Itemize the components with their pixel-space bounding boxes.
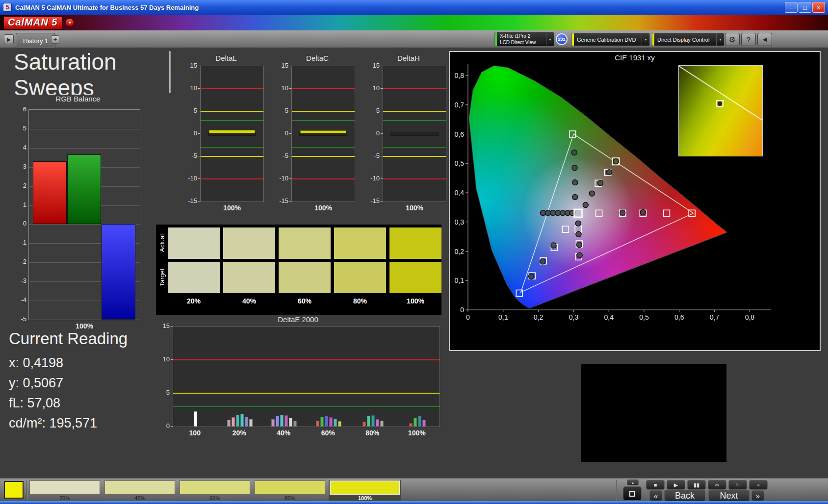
minimize-button[interactable]: – <box>785 2 798 13</box>
bottom-swatch-100%[interactable]: 100% <box>329 480 401 501</box>
deltae-bar <box>409 423 413 427</box>
delta-chart-deltac: DeltaC 151050-5-10-15 100% <box>274 54 361 221</box>
y-tick-label: 15 <box>282 62 288 69</box>
deltae-bar <box>362 422 366 427</box>
current-reading: Current Reading x: 0,4198 y: 0,5067 fL: … <box>9 329 128 433</box>
stop-button[interactable]: ■ <box>646 480 665 490</box>
cie-measured-circle <box>597 180 603 186</box>
deltae-bar <box>316 421 319 427</box>
cie-measured-circle <box>540 259 545 264</box>
y-tick-label: -5 <box>191 152 197 159</box>
threshold-line <box>292 156 355 157</box>
page-title: Saturation Sweeps <box>14 49 117 101</box>
cie-x-tick-label: 0,8 <box>745 313 755 321</box>
deltae-bar <box>338 421 341 427</box>
source-dropdown[interactable]: Generic Calibration DVD ▼ <box>571 33 650 46</box>
bottom-swatch-40%[interactable]: 40% <box>104 480 176 501</box>
tab-history-1[interactable]: History 1 <box>16 33 55 48</box>
swatch-target-40% <box>223 262 275 293</box>
y-tick-label: 5 <box>194 107 197 114</box>
threshold-line <box>173 406 440 407</box>
swatch-target-100% <box>389 262 441 293</box>
reading-fl: fL: 57,08 <box>9 393 128 413</box>
page-title-line1: Saturation <box>14 49 117 75</box>
actual-row-label: Actual <box>157 227 167 259</box>
swatch-target-60% <box>279 262 331 293</box>
back-button[interactable]: Back <box>664 490 705 502</box>
cie-measured-circle <box>551 243 556 248</box>
meter-dropdown[interactable]: X-Rite i1Pro 2 LCD Direct View ▼ <box>494 32 554 47</box>
display-control-label: Direct Display Control <box>654 37 716 43</box>
delta-yaxis: 151050-5-10-15 <box>365 66 383 202</box>
loop-button[interactable]: ∞ <box>708 480 726 490</box>
deltae-bar <box>245 417 248 427</box>
bottom-swatch-20%[interactable]: 20% <box>28 480 101 501</box>
actual-target-swatch-table: ActualTarget20%40%60%80%100% <box>156 225 441 315</box>
cie-x-tick-label: 0,3 <box>569 313 579 321</box>
rgb-balance-plot <box>28 109 140 320</box>
meter-count-badge[interactable]: 231 <box>556 33 568 45</box>
deltae-bar <box>418 416 421 427</box>
logo-dropdown-icon[interactable]: ▼ <box>65 18 74 27</box>
swatch-color <box>255 480 325 495</box>
add-tab-button[interactable]: + <box>51 35 59 44</box>
y-tick-label: 10 <box>163 355 170 363</box>
swatch-actual-100% <box>389 227 441 259</box>
deltae-bar <box>422 420 426 427</box>
deltae-bar <box>249 419 253 427</box>
swatch-column-label: 80% <box>334 297 386 305</box>
refresh-button[interactable]: ↻ <box>728 480 747 490</box>
y-tick-label: -10 <box>188 175 197 182</box>
cie-y-tick-label: 0,3 <box>455 218 465 226</box>
bottom-swatch-80%[interactable]: 80% <box>254 480 326 501</box>
deltae-group-label: 40% <box>261 429 306 437</box>
threshold-line <box>201 111 263 112</box>
reading-cdm2: cd/m²: 195,571 <box>9 413 128 433</box>
display-control-dropdown[interactable]: Direct Display Control ▼ <box>652 33 724 46</box>
y-tick-label: -2 <box>21 258 26 265</box>
calman-logo[interactable]: CalMAN 5 ▼ <box>3 16 74 29</box>
deltae-bar <box>293 421 297 427</box>
chevron-down-icon[interactable]: ▼ <box>642 33 649 46</box>
y-tick-label: 0 <box>376 129 380 137</box>
threshold-line <box>292 178 355 179</box>
y-tick-label: 10 <box>373 84 380 92</box>
delta-bar <box>300 130 347 133</box>
record-button[interactable]: ● <box>749 480 768 490</box>
swatch-target-80% <box>334 262 386 293</box>
swatch-label: 60% <box>179 495 251 501</box>
current-reading-title: Current Reading <box>9 329 128 348</box>
collapse-icon[interactable]: ◀ <box>757 33 772 46</box>
threshold-line <box>292 111 355 112</box>
bottom-swatch-60%[interactable]: 60% <box>179 480 251 501</box>
next-button[interactable]: Next <box>708 490 750 502</box>
back-chevron-button[interactable]: « <box>649 490 662 501</box>
swatch-column-label: 60% <box>279 297 331 305</box>
swatch-column-label: 100% <box>389 297 441 305</box>
chevron-down-icon[interactable]: ▼ <box>716 33 724 46</box>
threshold-line <box>383 156 446 157</box>
app-icon: 5 <box>3 3 12 12</box>
tab-nav-button[interactable]: ▶ <box>4 34 14 44</box>
rgb-balance-yaxis: 6543210-1-2-3-4-5 <box>15 109 28 320</box>
pause-button[interactable]: ▮▮ <box>687 480 706 490</box>
chevron-down-icon[interactable]: ▼ <box>546 32 554 46</box>
transport-controls: ▲ ■▶▮▮∞↻● « Back Next » <box>619 479 828 502</box>
deltae-bar <box>371 415 375 427</box>
deltae-bar <box>376 419 379 427</box>
y-tick-label: 5 <box>23 125 26 132</box>
close-button[interactable]: × <box>812 2 825 13</box>
cie-measured-circle <box>583 202 588 208</box>
gear-icon[interactable]: ⚙ <box>725 33 740 46</box>
next-chevron-button[interactable]: » <box>751 490 764 501</box>
delta-scrollbar-thumb[interactable] <box>169 51 171 93</box>
threshold-line <box>383 178 446 179</box>
y-tick-label: 10 <box>282 84 288 92</box>
y-tick-label: 6 <box>23 105 26 113</box>
cie-y-tick-label: 0,5 <box>455 159 465 167</box>
y-tick-label: 0 <box>285 129 288 137</box>
help-icon[interactable]: ? <box>741 33 756 46</box>
play-button[interactable]: ▶ <box>667 480 685 490</box>
target-row-label: Target <box>157 262 167 293</box>
maximize-button[interactable]: □ <box>799 2 811 13</box>
